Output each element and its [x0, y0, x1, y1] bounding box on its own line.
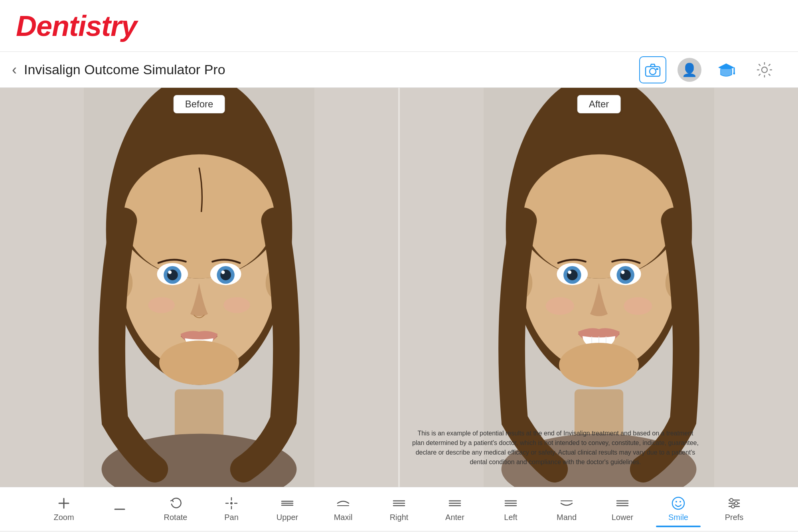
- page-title: Invisalign Outcome Simulator Pro: [24, 62, 225, 77]
- svg-point-91: [731, 505, 735, 508]
- toolbar-item-anter[interactable]: Anter: [427, 491, 483, 527]
- left-icon: [504, 496, 518, 510]
- svg-point-32: [159, 340, 239, 385]
- toolbar-item-mand[interactable]: Mand: [539, 491, 595, 527]
- graduation-button[interactable]: [713, 56, 740, 83]
- toolbar-label-right: Right: [390, 513, 409, 522]
- gear-icon: [756, 61, 773, 78]
- svg-point-45: [568, 271, 571, 274]
- nav-bar: ‹ Invisalign Outcome Simulator Pro: [0, 52, 798, 88]
- brand-logo: Dentistry: [16, 10, 137, 42]
- bottom-toolbar: Zoom Rotate Pan Upper Maxil: [0, 487, 798, 531]
- toolbar-item-maxil[interactable]: Maxil: [315, 491, 371, 527]
- toolbar-item-zoom-plus[interactable]: Zoom: [36, 491, 92, 527]
- toolbar-item-prefs[interactable]: Prefs: [706, 491, 762, 527]
- toolbar-label-maxil: Maxil: [334, 513, 353, 522]
- camera-icon: [645, 63, 661, 77]
- main-content: Before: [0, 88, 798, 487]
- toolbar-label-rotate: Rotate: [164, 513, 188, 522]
- svg-point-5: [733, 72, 735, 74]
- svg-point-30: [148, 297, 175, 313]
- toolbar-label-zoom-plus: Zoom: [53, 513, 74, 522]
- before-face-image: [0, 88, 398, 487]
- upper-icon: [280, 496, 294, 510]
- svg-point-83: [672, 497, 684, 509]
- svg-point-1: [650, 68, 656, 75]
- before-label: Before: [174, 95, 225, 113]
- svg-point-55: [559, 343, 639, 387]
- svg-line-14: [759, 74, 760, 75]
- nav-left: ‹ Invisalign Outcome Simulator Pro: [12, 62, 225, 77]
- toolbar-label-anter: Anter: [445, 513, 464, 522]
- graduation-icon: [717, 61, 735, 79]
- toolbar-item-rotate[interactable]: Rotate: [148, 491, 203, 527]
- svg-point-84: [676, 501, 677, 502]
- svg-point-90: [735, 502, 738, 505]
- svg-point-29: [221, 271, 225, 274]
- svg-point-25: [168, 271, 172, 274]
- toolbar-item-left[interactable]: Left: [483, 491, 539, 527]
- svg-point-31: [223, 297, 250, 313]
- toolbar-item-upper[interactable]: Upper: [259, 491, 315, 527]
- toolbar-item-zoom-minus[interactable]: [92, 491, 148, 527]
- smile-icon: [671, 496, 685, 510]
- svg-point-21: [124, 154, 275, 279]
- svg-point-65: [230, 502, 233, 504]
- toolbar-label-pan: Pan: [224, 513, 239, 522]
- svg-point-6: [762, 67, 767, 73]
- toolbar-label-mand: Mand: [557, 513, 577, 522]
- after-label: After: [577, 95, 621, 113]
- anter-icon: [448, 496, 462, 510]
- nav-right: [639, 56, 786, 83]
- toolbar-label-lower: Lower: [612, 513, 633, 522]
- before-panel: Before: [0, 88, 398, 487]
- zoom-plus-icon: [57, 496, 71, 510]
- prefs-icon: [727, 496, 741, 510]
- svg-point-54: [624, 297, 652, 314]
- toolbar-label-smile: Smile: [668, 513, 688, 522]
- svg-point-53: [546, 297, 574, 314]
- toolbar-label-prefs: Prefs: [725, 513, 744, 522]
- toolbar-item-lower[interactable]: Lower: [595, 491, 650, 527]
- svg-point-49: [621, 271, 625, 274]
- mand-icon: [559, 496, 574, 510]
- toolbar-label-left: Left: [504, 513, 517, 522]
- back-button[interactable]: ‹: [12, 63, 17, 77]
- toolbar-item-right[interactable]: Right: [371, 491, 427, 527]
- disclaimer-text: This is an example of potential results …: [400, 429, 711, 467]
- after-panel: After: [400, 88, 798, 487]
- toolbar-item-smile[interactable]: Smile: [650, 491, 706, 527]
- settings-button[interactable]: [751, 56, 778, 83]
- camera-button[interactable]: [639, 56, 666, 83]
- after-face-image: [400, 88, 798, 487]
- svg-line-12: [768, 74, 770, 75]
- svg-rect-2: [656, 68, 658, 70]
- toolbar-label-upper: Upper: [277, 513, 298, 522]
- svg-point-89: [730, 498, 733, 502]
- toolbar-item-pan[interactable]: Pan: [203, 491, 259, 527]
- rotate-icon: [168, 496, 183, 510]
- pan-icon: [224, 496, 239, 510]
- svg-line-13: [768, 64, 770, 65]
- right-icon: [392, 496, 406, 510]
- brand-bar: Dentistry: [0, 0, 798, 52]
- lower-icon: [615, 496, 630, 510]
- svg-point-41: [523, 154, 674, 279]
- zoom-minus-icon: [113, 502, 127, 516]
- maxil-icon: [336, 496, 350, 510]
- svg-line-11: [759, 64, 760, 65]
- svg-point-85: [679, 501, 681, 502]
- avatar[interactable]: [678, 58, 701, 82]
